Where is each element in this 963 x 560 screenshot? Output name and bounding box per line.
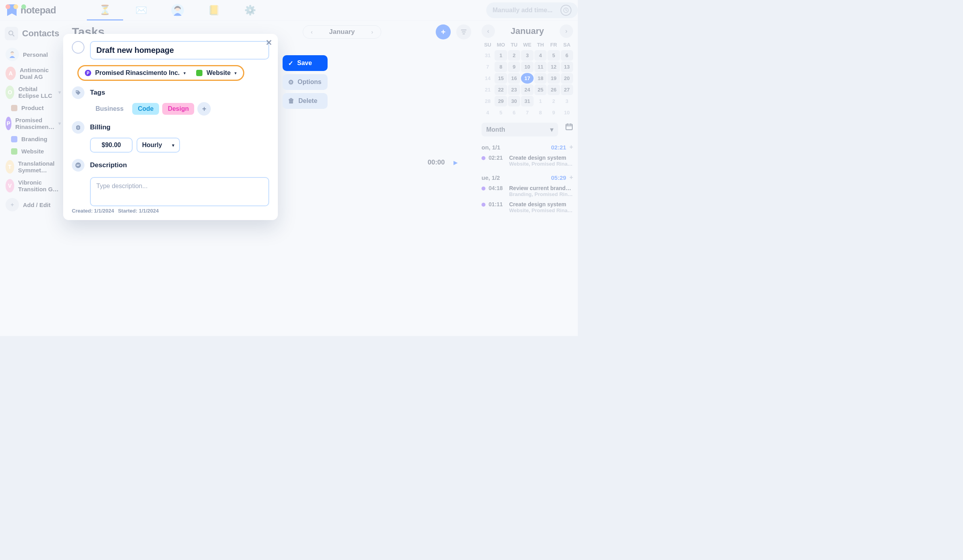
cal-day[interactable]: 3 xyxy=(561,96,573,106)
trash-icon: 🗑 xyxy=(288,97,294,105)
billing-type-select[interactable]: Hourly ▾ xyxy=(137,138,180,153)
task-status-icon[interactable] xyxy=(72,41,84,54)
cal-day[interactable]: 13 xyxy=(561,62,573,72)
add-task-button[interactable]: + xyxy=(436,24,451,39)
project-color-icon xyxy=(11,136,17,142)
tag-design[interactable]: Design xyxy=(162,103,194,115)
cal-day[interactable]: 7 xyxy=(521,107,533,118)
cal-day[interactable]: 5 xyxy=(547,50,560,61)
cal-day[interactable]: 9 xyxy=(547,107,560,118)
nav-timer-icon[interactable]: ⏳ xyxy=(87,0,123,21)
day-entry-head: on, 1/1 02:21 + xyxy=(482,144,573,151)
task-name-input[interactable] xyxy=(90,41,269,60)
cal-day[interactable]: 6 xyxy=(561,50,573,61)
sidebar-item-translational[interactable]: T Translational Symmet… xyxy=(2,157,65,176)
calendar-icon[interactable] xyxy=(565,123,573,132)
filter-button[interactable] xyxy=(456,24,471,39)
minimize-window-icon[interactable] xyxy=(13,4,18,9)
entry-item[interactable]: 02:21 Create design system Website, Prom… xyxy=(482,155,573,167)
sidebar-item-promised[interactable]: P Promised Rinascimen… ▾ xyxy=(2,114,65,133)
cal-day[interactable]: 3 xyxy=(521,50,533,61)
month-prev-button[interactable]: ‹ xyxy=(307,27,317,37)
cal-day[interactable]: 8 xyxy=(534,107,547,118)
description-input[interactable]: Type description... xyxy=(90,177,269,206)
cal-day[interactable]: 21 xyxy=(482,84,494,95)
sidebar-item-vibronic[interactable]: V Vibronic Transition G… xyxy=(2,176,65,195)
nav-book-icon[interactable]: 📒 xyxy=(196,0,232,21)
cal-day[interactable]: 27 xyxy=(561,84,573,95)
nav-settings-icon[interactable]: ⚙️ xyxy=(232,0,268,21)
cal-day[interactable]: 10 xyxy=(561,107,573,118)
tag-code[interactable]: Code xyxy=(132,103,159,115)
entry-item[interactable]: 04:18 Review current brand… Branding, Pr… xyxy=(482,185,573,197)
sidebar-label: Orbital Eclipse LLC xyxy=(18,86,54,99)
add-tag-button[interactable]: + xyxy=(197,102,211,116)
cal-day[interactable]: 12 xyxy=(547,62,560,72)
cal-day[interactable]: 7 xyxy=(482,62,494,72)
sidebar-item-website[interactable]: Website xyxy=(2,145,65,157)
cal-day[interactable]: 2 xyxy=(508,50,520,61)
tag-business[interactable]: Business xyxy=(90,103,129,115)
billing-amount-input[interactable] xyxy=(90,138,133,153)
cal-day[interactable]: 31 xyxy=(521,96,533,106)
cal-day[interactable]: 1 xyxy=(534,96,547,106)
dow: MO xyxy=(495,40,507,49)
cal-day[interactable]: 28 xyxy=(482,96,494,106)
cal-day[interactable]: 23 xyxy=(508,84,520,95)
cal-day[interactable]: 22 xyxy=(495,84,507,95)
play-icon[interactable]: ▶ xyxy=(453,159,458,166)
view-select[interactable]: Month ▾ xyxy=(482,123,558,136)
maximize-window-icon[interactable] xyxy=(21,4,26,9)
calendar-next-button[interactable]: › xyxy=(560,24,573,38)
cal-day[interactable]: 5 xyxy=(495,107,507,118)
sidebar-item-branding[interactable]: Branding xyxy=(2,133,65,145)
sidebar-item-orbital[interactable]: O Orbital Eclipse LLC ▾ xyxy=(2,83,65,102)
project-color-icon xyxy=(11,105,17,111)
cal-day[interactable]: 24 xyxy=(521,84,533,95)
cal-day[interactable]: 15 xyxy=(495,73,507,84)
cal-day[interactable]: 29 xyxy=(495,96,507,106)
sidebar-item-add-edit[interactable]: + Add / Edit xyxy=(2,195,65,214)
avatar-a-icon: A xyxy=(6,67,16,80)
close-button[interactable]: ✕ xyxy=(266,38,272,47)
cal-day-today[interactable]: 17 xyxy=(521,73,533,84)
cal-day[interactable]: 19 xyxy=(547,73,560,84)
manually-add-time-input[interactable]: Manually add time... xyxy=(486,2,578,18)
save-button[interactable]: ✓ Save xyxy=(283,55,328,71)
sidebar-item-product[interactable]: Product xyxy=(2,102,65,114)
add-entry-button[interactable]: + xyxy=(570,144,573,151)
cal-day[interactable]: 1 xyxy=(495,50,507,61)
cal-day[interactable]: 30 xyxy=(508,96,520,106)
cal-day[interactable]: 4 xyxy=(534,50,547,61)
search-button[interactable] xyxy=(5,27,18,40)
entry-item[interactable]: 01:11 Create design system Website, Prom… xyxy=(482,201,573,213)
project-selector[interactable]: P Promised Rinascimento Inc. ▾ Website ▾ xyxy=(77,65,244,81)
cal-day[interactable]: 9 xyxy=(508,62,520,72)
month-next-button[interactable]: › xyxy=(367,27,377,37)
cal-day[interactable]: 14 xyxy=(482,73,494,84)
cal-day[interactable]: 18 xyxy=(534,73,547,84)
cal-day[interactable]: 26 xyxy=(547,84,560,95)
cal-day[interactable]: 10 xyxy=(521,62,533,72)
cal-day[interactable]: 11 xyxy=(534,62,547,72)
cal-day[interactable]: 20 xyxy=(561,73,573,84)
cal-day[interactable]: 8 xyxy=(495,62,507,72)
cal-day[interactable]: 16 xyxy=(508,73,520,84)
calendar-prev-button[interactable]: ‹ xyxy=(482,24,495,38)
cal-day[interactable]: 6 xyxy=(508,107,520,118)
cal-day[interactable]: 2 xyxy=(547,96,560,106)
delete-button[interactable]: 🗑 Delete xyxy=(283,93,328,109)
calendar-grid: SU MO TU WE TH FR SA 31 1 2 3 4 5 6 7 8 … xyxy=(482,40,573,118)
cal-day[interactable]: 4 xyxy=(482,107,494,118)
cal-day[interactable]: 25 xyxy=(534,84,547,95)
nav-avatar-icon[interactable] xyxy=(159,0,196,21)
sidebar-item-antimonic[interactable]: A Antimonic Dual AG xyxy=(2,64,65,83)
cal-day[interactable]: 31 xyxy=(482,50,494,61)
options-button[interactable]: ⚙ Options xyxy=(283,74,328,90)
sidebar-item-personal[interactable]: Personal xyxy=(2,45,65,64)
add-entry-button[interactable]: + xyxy=(570,174,573,181)
check-icon: ✓ xyxy=(288,60,293,67)
close-window-icon[interactable] xyxy=(6,4,10,9)
nav-mail-icon[interactable]: ✉️ xyxy=(123,0,159,21)
sidebar-label: Antimonic Dual AG xyxy=(20,67,61,80)
